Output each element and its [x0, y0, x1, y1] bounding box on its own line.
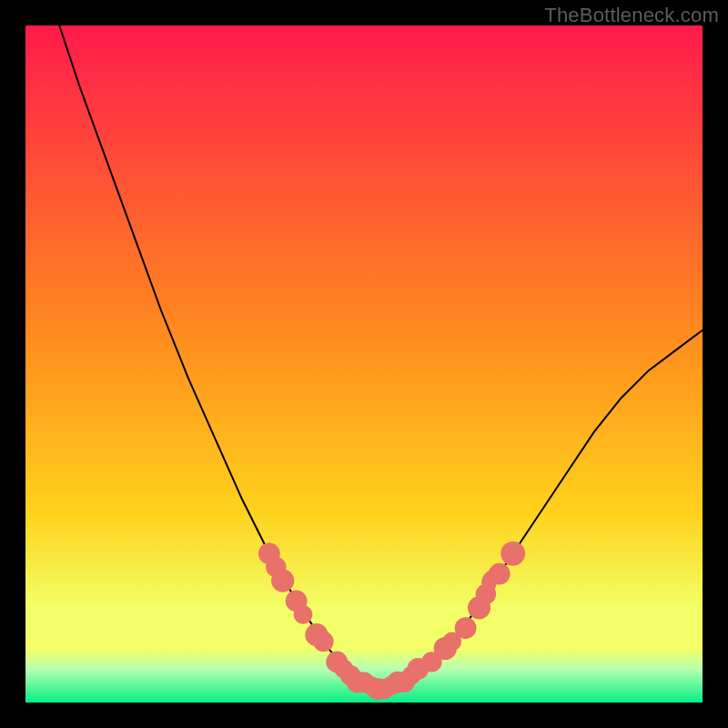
bottleneck-plot — [25, 25, 703, 703]
gradient-background — [25, 25, 703, 703]
plot-svg — [25, 25, 703, 703]
marker-dot — [500, 541, 525, 566]
watermark-text: TheBottleneck.com — [544, 4, 719, 27]
marker-dot — [271, 570, 294, 592]
marker-dot — [294, 605, 313, 624]
chart-frame: TheBottleneck.com — [0, 0, 728, 728]
marker-dot — [313, 632, 333, 652]
marker-dot — [455, 617, 477, 639]
